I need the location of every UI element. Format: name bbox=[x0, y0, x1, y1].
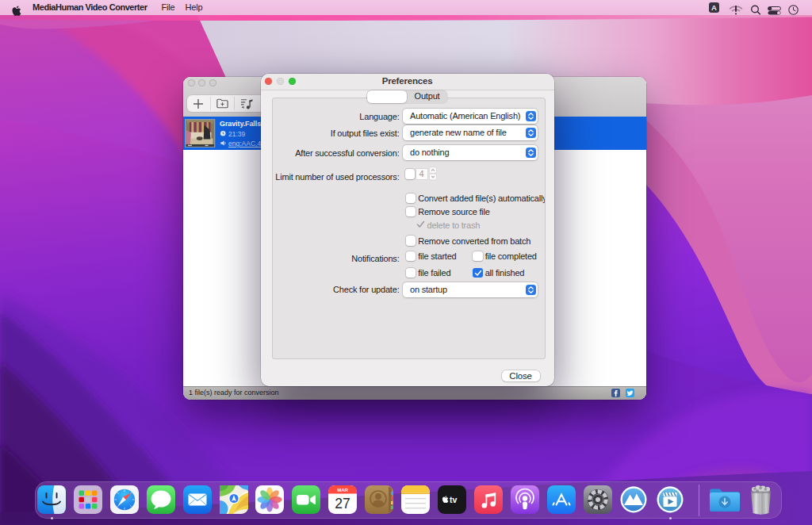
svg-text:27: 27 bbox=[335, 495, 350, 511]
svg-text:MAR: MAR bbox=[337, 488, 348, 492]
svg-text:tv: tv bbox=[450, 494, 457, 504]
